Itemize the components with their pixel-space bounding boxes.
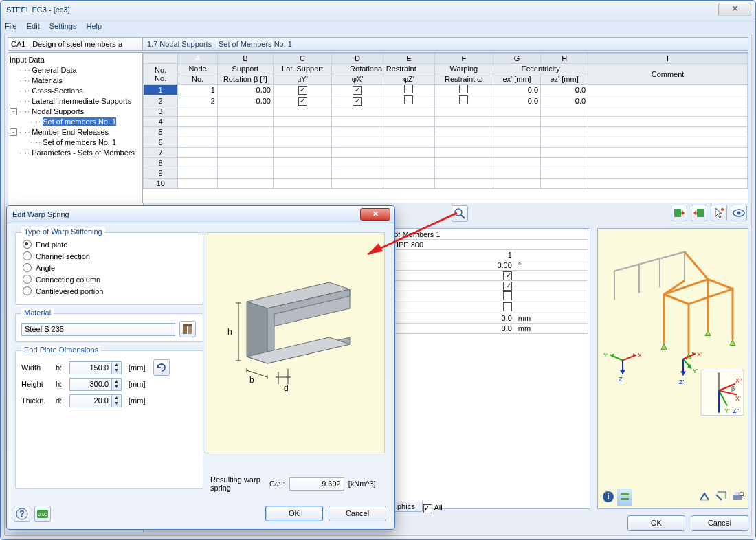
viewport-toolbar: i (601, 489, 745, 506)
svg-text:X'': X'' (735, 377, 742, 384)
svg-text:X': X' (735, 395, 741, 402)
svg-rect-61 (188, 326, 192, 334)
window-title: STEEL EC3 - [ec3] (6, 5, 70, 14)
find-button[interactable] (452, 205, 468, 222)
svg-text:b: b (249, 375, 254, 385)
menu-help[interactable]: Help (86, 22, 102, 30)
show-dimensions-button[interactable] (713, 489, 729, 506)
view-button[interactable] (731, 205, 747, 221)
dimension-row: Thickn.d:20.0▲▼[mm] (21, 392, 197, 409)
titlebar: STEEL EC3 - [ec3] ✕ (1, 1, 755, 19)
import-button[interactable] (671, 205, 687, 221)
dialog-bottom-bar: ? 0.00 OK Cancel (7, 506, 394, 524)
svg-marker-24 (620, 370, 625, 374)
export-button[interactable] (691, 205, 707, 221)
svg-line-8 (660, 252, 685, 259)
svg-text:Y: Y (603, 352, 608, 359)
svg-line-9 (664, 295, 689, 304)
material-library-button[interactable] (179, 321, 196, 337)
type-radio[interactable]: Angle (23, 262, 196, 273)
tree-item[interactable]: -····Nodal Supports (10, 106, 142, 117)
type-group-label: Type of Warp Stiffening (21, 227, 105, 236)
reset-button[interactable] (153, 359, 170, 376)
pick-button[interactable] (711, 205, 727, 221)
dimension-row: Widthb:150.0▲▼[mm] (21, 359, 197, 376)
type-radio[interactable]: Cantilevered portion (23, 285, 196, 297)
svg-marker-16 (730, 340, 735, 346)
local-axes-button[interactable] (697, 489, 712, 506)
member-view-button[interactable] (617, 489, 632, 506)
svg-line-12 (685, 252, 708, 280)
svg-text:Y': Y' (693, 368, 698, 374)
svg-marker-15 (705, 330, 711, 336)
material-group-label: Material (21, 308, 54, 317)
tree-item[interactable]: ····Cross-Sections (10, 86, 142, 96)
help-button[interactable]: ? (14, 506, 30, 522)
dialog-titlebar: Edit Warp Spring ✕ (7, 206, 394, 223)
material-groupbox: Material Steel S 235 (15, 313, 203, 342)
svg-text:Z: Z (619, 376, 623, 383)
dialog-cancel-button[interactable]: Cancel (329, 506, 386, 521)
svg-point-6 (737, 212, 741, 215)
tree-item[interactable]: ····General Data (10, 65, 142, 76)
dimensions-group-label: End Plate Dimensions (21, 346, 101, 354)
info-button[interactable]: i (601, 489, 616, 506)
i-beam-sketch: h b d (205, 233, 384, 453)
tree-item[interactable]: ····Lateral Intermediate Supports (10, 96, 142, 106)
svg-text:X: X (638, 352, 642, 359)
tree-item[interactable]: ····Materials (10, 76, 142, 86)
dialog-close-button[interactable]: ✕ (360, 208, 390, 221)
svg-line-51 (716, 495, 722, 500)
svg-text:d: d (284, 383, 289, 393)
tree-item[interactable]: ····Set of members No. 1 (10, 137, 142, 148)
viewport[interactable]: X Y Z X' Y' Z' X'' β (597, 228, 748, 509)
menu-file[interactable]: File (5, 22, 17, 30)
print-view-button[interactable] (730, 489, 745, 506)
close-button[interactable]: ✕ (718, 3, 751, 16)
svg-text:Y': Y' (724, 407, 730, 414)
result-row: Resulting warp spring Cω : 9.692 [kNm^3] (210, 473, 388, 495)
dim-spinner[interactable]: 20.0▲▼ (69, 394, 122, 407)
main-cancel-button[interactable]: Cancel (691, 515, 748, 531)
svg-line-57 (743, 495, 744, 497)
svg-point-4 (721, 208, 724, 211)
svg-rect-54 (733, 495, 742, 500)
svg-line-10 (708, 280, 733, 289)
type-radio[interactable]: Connecting column (23, 273, 196, 285)
dim-spinner[interactable]: 300.0▲▼ (69, 378, 122, 391)
svg-line-7 (614, 265, 639, 271)
dimension-row: Heighth:300.0▲▼[mm] (21, 376, 197, 392)
result-value: 9.692 (289, 477, 344, 491)
svg-line-1 (461, 215, 465, 218)
tree-item[interactable]: -····Member End Releases (10, 127, 142, 137)
svg-rect-60 (183, 326, 187, 334)
type-radio[interactable]: End plate (23, 238, 196, 250)
dialog-ok-button[interactable]: OK (265, 506, 323, 521)
units-button[interactable]: 0.00 (34, 506, 51, 522)
svg-marker-33 (680, 372, 686, 376)
supports-grid[interactable]: ABCDEFGHINo.No.NodeSupportLat. SupportRo… (142, 52, 748, 203)
main-ok-button[interactable]: OK (627, 515, 685, 531)
menu-edit[interactable]: Edit (27, 22, 40, 30)
load-case-combo[interactable]: CA1 - Design of steel members a (8, 37, 155, 51)
svg-rect-48 (621, 493, 629, 495)
edit-warp-spring-dialog: Edit Warp Spring ✕ Type of Warp Stiffeni… (6, 205, 395, 530)
svg-text:0.00: 0.00 (38, 512, 47, 517)
tree-item[interactable]: ····Set of members No. 1 (10, 117, 142, 127)
svg-text:X': X' (697, 351, 702, 358)
svg-rect-3 (697, 209, 704, 217)
svg-text:Z': Z' (679, 379, 684, 385)
type-radio[interactable]: Channel section (23, 250, 196, 262)
material-input[interactable]: Steel S 235 (21, 323, 175, 336)
menubar: File Edit Settings Help (1, 19, 755, 33)
structure-sketch: X Y Z X' Y' Z' X'' β (598, 229, 748, 508)
tree-root[interactable]: Input Data (10, 55, 142, 65)
svg-marker-13 (661, 344, 667, 350)
dim-spinner[interactable]: 150.0▲▼ (69, 361, 122, 374)
svg-rect-2 (674, 209, 681, 217)
menu-settings[interactable]: Settings (49, 22, 77, 30)
tree-item[interactable]: ····Parameters - Sets of Members (10, 148, 142, 158)
svg-point-0 (455, 209, 462, 216)
svg-text:β: β (731, 385, 735, 392)
svg-rect-62 (183, 324, 192, 326)
